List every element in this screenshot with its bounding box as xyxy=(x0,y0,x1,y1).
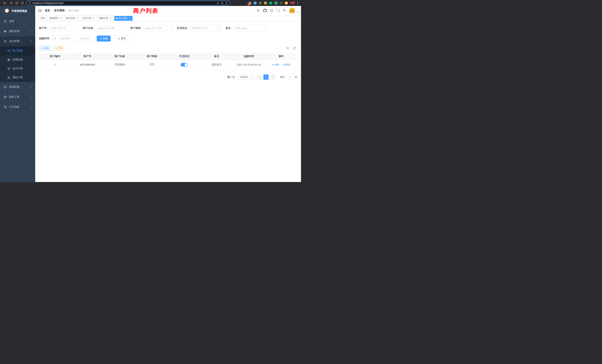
close-icon[interactable]: × xyxy=(93,17,95,20)
share-icon[interactable] xyxy=(221,2,224,4)
status-toggle[interactable] xyxy=(181,63,188,66)
create-time-range-picker[interactable]: 开始日期 - 结束日期 xyxy=(51,36,95,42)
app-logo[interactable]: 芋道管理系统 xyxy=(0,6,35,16)
delete-link[interactable]: 删除 xyxy=(283,63,290,66)
github-icon[interactable] xyxy=(263,9,267,12)
merchant-no-input[interactable] xyxy=(49,25,78,31)
page-number-button[interactable]: 1 xyxy=(263,75,269,80)
font-size-icon[interactable]: TT xyxy=(283,9,286,12)
column-header: 创建时间 xyxy=(233,53,265,60)
annotation-merchant-list: 商户列表 xyxy=(133,7,158,15)
main-area: 首页 / 支付管理 / 商户信息 商户列表 ? TT 首页 xyxy=(35,6,301,182)
extension-icon[interactable] xyxy=(264,1,267,5)
breadcrumb-home[interactable]: 首页 xyxy=(45,9,50,12)
search-icon[interactable] xyxy=(257,9,260,12)
sidebar-item-devtools[interactable]: 研发工具 xyxy=(0,92,35,102)
extension-icon[interactable]: 10 xyxy=(248,1,251,5)
extension-icon[interactable] xyxy=(285,1,288,5)
close-icon[interactable]: × xyxy=(128,17,131,20)
short-name-input[interactable] xyxy=(143,25,172,31)
tab-label: 退款订单 xyxy=(99,17,108,20)
delete-link-label: 删除 xyxy=(286,63,290,66)
user-avatar[interactable] xyxy=(289,8,295,13)
sidebar-item-label: 系统管理 xyxy=(9,30,20,33)
browser-update-button[interactable]: 更新 xyxy=(290,1,295,5)
home-icon[interactable] xyxy=(21,1,24,4)
cell-merchant-id: 1 xyxy=(39,60,71,69)
sidebar-item-pay-order[interactable]: 支付订单 xyxy=(0,64,35,73)
edit-link[interactable]: 修改 xyxy=(272,63,280,66)
close-icon[interactable]: × xyxy=(59,17,62,20)
column-header: 开启状态 xyxy=(168,53,200,60)
filter-short-name: 商户简称 xyxy=(130,25,172,31)
tab-label: 首页 xyxy=(41,17,45,20)
add-button[interactable]: 新增 xyxy=(39,46,51,51)
goto-page-input[interactable] xyxy=(286,75,294,80)
next-page-button[interactable] xyxy=(270,75,275,80)
tab-user-group[interactable]: 用户分组 × xyxy=(64,16,80,21)
extension-icon[interactable] xyxy=(259,1,262,5)
field-label: 商户号 xyxy=(39,26,47,30)
grid-icon xyxy=(7,58,10,61)
hamburger-icon[interactable] xyxy=(35,9,45,12)
page-unit-label: 页 xyxy=(295,75,297,79)
tab-process-form[interactable]: 流程表单 × xyxy=(48,16,63,21)
tab-refund-order[interactable]: 退款订单 × xyxy=(98,16,113,21)
tab-merchant-info[interactable]: 商户信息 × xyxy=(114,16,132,21)
fullscreen-icon[interactable] xyxy=(277,9,280,12)
sidebar-item-refund-order[interactable]: 退款订单 xyxy=(0,73,35,82)
export-button[interactable]: 导出 xyxy=(53,46,65,51)
extension-icon[interactable] xyxy=(280,1,283,5)
tab-home[interactable]: 首页 xyxy=(39,16,47,21)
status-select[interactable]: 请选择开启状态 xyxy=(189,25,221,31)
column-header: 备注 xyxy=(200,53,233,60)
page-size-select[interactable]: 10条/页 xyxy=(238,75,255,80)
tab-pay-order[interactable]: 支付订单 × xyxy=(81,16,97,21)
sidebar-item-merchant-info[interactable]: 商户信息 xyxy=(0,46,35,55)
date-range-separator: - xyxy=(74,37,75,40)
sidebar-item-infra[interactable]: 基础设施 xyxy=(0,82,35,92)
breadcrumb-payment[interactable]: 支付管理 xyxy=(54,9,64,12)
extension-icon[interactable] xyxy=(254,1,257,5)
forward-icon[interactable] xyxy=(9,1,12,5)
remark-input[interactable] xyxy=(233,25,267,31)
download-icon xyxy=(55,47,57,49)
sidebar-item-label: 商户信息 xyxy=(12,49,23,53)
reset-button-label: 重置 xyxy=(121,37,126,40)
reset-button[interactable]: 重置 xyxy=(115,36,129,42)
edit-link-label: 修改 xyxy=(275,63,280,66)
app-window: 芋道管理系统 首页 系统管理 ¥ 支付管理 商户信息 应用信息 xyxy=(0,6,301,182)
top-navbar: 首页 / 支付管理 / 商户信息 商户列表 ? TT xyxy=(35,6,301,15)
breadcrumb: 首页 / 支付管理 / 商户信息 xyxy=(45,9,79,12)
avatar-dropdown-caret[interactable] xyxy=(297,12,298,13)
sidebar-item-home[interactable]: 首页 xyxy=(0,16,35,26)
password-key-icon[interactable] xyxy=(217,2,219,4)
url-bar[interactable]: localhost:1024/pay/merchant xyxy=(26,1,230,5)
column-header: 商户编号 xyxy=(39,53,71,60)
calendar-icon xyxy=(53,37,56,40)
gear-icon xyxy=(4,30,7,33)
sidebar-item-payment[interactable]: ¥ 支付管理 xyxy=(0,36,35,46)
extension-icon[interactable] xyxy=(269,1,272,5)
sidebar-item-system[interactable]: 系统管理 xyxy=(0,26,35,36)
extension-icon[interactable] xyxy=(274,1,278,5)
prev-page-button[interactable] xyxy=(257,75,262,80)
bookmark-star-icon[interactable] xyxy=(225,2,228,4)
breadcrumb-separator: / xyxy=(52,9,53,12)
reload-icon[interactable] xyxy=(15,1,18,4)
refresh-table-icon[interactable] xyxy=(293,47,296,50)
close-icon[interactable]: × xyxy=(76,17,78,20)
breadcrumb-current: 商户信息 xyxy=(69,9,79,12)
full-name-input[interactable] xyxy=(95,25,126,31)
sidebar-item-workflow[interactable]: 工作流程 xyxy=(0,102,35,112)
site-info-icon[interactable] xyxy=(29,2,31,4)
close-icon[interactable]: × xyxy=(109,17,112,20)
sidebar-item-app-info[interactable]: 应用信息 xyxy=(0,55,35,64)
start-date-placeholder: 开始日期 xyxy=(57,37,73,40)
help-icon[interactable]: ? xyxy=(270,9,273,12)
back-icon[interactable] xyxy=(3,1,7,5)
column-header: 商户简称 xyxy=(136,53,168,60)
browser-menu-icon[interactable]: ⋮ xyxy=(296,1,299,5)
show-search-icon[interactable] xyxy=(286,47,289,50)
search-button[interactable]: 搜索 xyxy=(97,36,111,42)
